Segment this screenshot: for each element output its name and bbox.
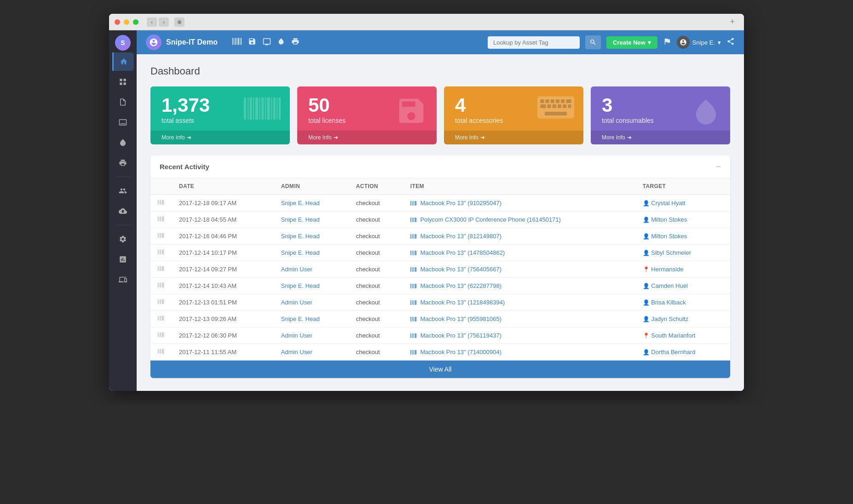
maximize-dot[interactable] [133, 19, 138, 25]
nav-icon-barcode[interactable] [232, 38, 242, 47]
row-admin[interactable]: Snipe E. Head [274, 278, 349, 294]
share-button[interactable] [726, 37, 735, 48]
brand-name: Snipe-IT Demo [166, 38, 218, 46]
stat-footer-accessories[interactable]: More Info ➜ [444, 131, 583, 144]
svg-rect-68 [410, 234, 411, 239]
svg-rect-124 [160, 316, 161, 321]
stat-card-licenses: 50 total licenses More Info ➜ [297, 86, 437, 144]
row-date: 2017-12-14 10:43 AM [172, 278, 274, 294]
row-admin[interactable]: Snipe E. Head [274, 311, 349, 327]
svg-rect-81 [412, 251, 412, 255]
sidebar-item-licenses[interactable] [113, 93, 133, 111]
svg-rect-18 [265, 97, 266, 120]
row-item[interactable]: Macbook Pro 13" (622287798) [403, 278, 635, 294]
sidebar-item-printer[interactable] [113, 154, 133, 172]
svg-rect-146 [158, 349, 158, 354]
svg-rect-114 [162, 299, 163, 304]
sidebar-item-components[interactable] [113, 113, 133, 132]
row-target[interactable]: 👤 Crystal Hyatt [635, 195, 730, 212]
svg-rect-53 [161, 217, 162, 221]
nav-icon-monitor[interactable] [263, 37, 271, 48]
minimize-dot[interactable] [124, 19, 129, 25]
view-all-button[interactable]: View All [150, 361, 730, 378]
sidebar-item-people[interactable] [113, 182, 133, 200]
svg-rect-82 [413, 251, 413, 255]
row-target[interactable]: 👤 Dortha Bernhard [635, 344, 730, 361]
svg-rect-139 [164, 332, 164, 337]
collapse-button[interactable]: − [716, 162, 721, 172]
nav-icon-save[interactable] [248, 37, 256, 48]
stat-footer-assets[interactable]: More Info ➜ [150, 131, 290, 144]
svg-rect-63 [159, 233, 160, 238]
row-admin[interactable]: Admin User [274, 261, 349, 278]
svg-rect-37 [545, 112, 567, 115]
svg-rect-86 [158, 266, 158, 271]
row-barcode-icon [150, 344, 172, 361]
svg-rect-149 [161, 349, 162, 354]
row-target[interactable]: 👤 Milton Stokes [635, 212, 730, 228]
row-item[interactable]: Macbook Pro 13" (812149807) [403, 228, 635, 245]
row-item[interactable]: Macbook Pro 13" (1218498394) [403, 294, 635, 311]
row-admin[interactable]: Snipe E. Head [274, 212, 349, 228]
row-target[interactable]: 👤 Camden Huel [635, 278, 730, 294]
row-admin[interactable]: Admin User [274, 294, 349, 311]
search-button[interactable] [585, 35, 601, 49]
row-target[interactable]: 👤 Jadyn Schultz [635, 311, 730, 327]
search-input[interactable] [488, 36, 580, 49]
row-item[interactable]: Polycom CX3000 IP Conference Phone (1614… [403, 212, 635, 228]
svg-rect-47 [414, 201, 415, 206]
svg-rect-23 [279, 97, 281, 120]
sidebar-item-settings[interactable] [113, 230, 133, 248]
row-item[interactable]: Macbook Pro 13" (910295047) [403, 195, 635, 212]
row-admin[interactable]: Snipe E. Head [274, 195, 349, 212]
sidebar-item-consumables[interactable] [113, 133, 133, 152]
row-admin[interactable]: Admin User [274, 327, 349, 344]
svg-rect-34 [558, 104, 561, 108]
row-admin[interactable]: Admin User [274, 344, 349, 361]
back-button[interactable]: ‹ [147, 17, 157, 27]
svg-rect-33 [553, 104, 556, 108]
add-tab-button[interactable]: + [726, 17, 738, 27]
row-item[interactable]: Macbook Pro 13" (1478504862) [403, 245, 635, 261]
titlebar: ‹ › ⊕ + [109, 14, 744, 30]
row-date: 2017-12-14 09:27 PM [172, 261, 274, 278]
svg-rect-69 [412, 234, 412, 239]
row-item[interactable]: Macbook Pro 13" (756119437) [403, 327, 635, 344]
svg-rect-21 [273, 97, 276, 120]
nav-icon-print[interactable] [291, 37, 300, 48]
row-item[interactable]: Macbook Pro 13" (756405667) [403, 261, 635, 278]
search-icon [589, 39, 597, 46]
row-admin[interactable]: Snipe E. Head [274, 228, 349, 245]
sidebar-item-assets[interactable] [113, 73, 133, 91]
row-item[interactable]: Macbook Pro 13" (714000904) [403, 344, 635, 361]
svg-rect-79 [164, 250, 164, 254]
row-date: 2017-12-11 11:55 AM [172, 344, 274, 361]
svg-rect-102 [162, 283, 163, 287]
svg-rect-143 [414, 333, 415, 338]
row-target[interactable]: 📍 Hermanside [635, 261, 730, 278]
row-admin[interactable]: Snipe E. Head [274, 245, 349, 261]
licenses-icon [119, 98, 127, 106]
flag-button[interactable] [663, 37, 671, 48]
forward-button[interactable]: › [159, 17, 169, 27]
row-target[interactable]: 👤 Milton Stokes [635, 228, 730, 245]
svg-rect-74 [158, 250, 158, 254]
close-dot[interactable] [115, 19, 120, 25]
sidebar-item-reports[interactable] [113, 250, 133, 269]
sidebar-item-devices[interactable] [113, 270, 133, 289]
nav-icon-tint[interactable] [277, 37, 285, 48]
svg-rect-10 [241, 38, 242, 45]
svg-rect-118 [413, 300, 413, 305]
row-target[interactable]: 📍 South Marianfort [635, 327, 730, 344]
sidebar-item-upload[interactable] [113, 202, 133, 220]
row-target[interactable]: 👤 Sibyl Schmeler [635, 245, 730, 261]
create-new-button[interactable]: Create New ▾ [606, 36, 657, 49]
row-item[interactable]: Macbook Pro 13" (955981065) [403, 311, 635, 327]
download-button[interactable]: ⊕ [174, 17, 184, 27]
sidebar-item-dashboard[interactable] [112, 52, 134, 71]
user-menu-button[interactable]: Snipe E. ▾ [677, 36, 721, 49]
row-target[interactable]: 👤 Brisa Kilback [635, 294, 730, 311]
svg-rect-111 [159, 299, 160, 304]
row-action: checkout [349, 195, 403, 212]
components-icon [119, 118, 127, 126]
